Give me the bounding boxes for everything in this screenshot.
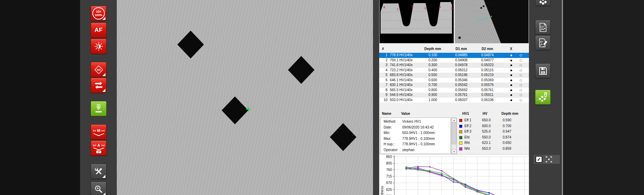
vickers-indent	[330, 123, 357, 151]
results-table-header: # Depth mm D1 mm D2 mm X	[379, 46, 529, 52]
legend-depth-value: 0.650	[499, 140, 515, 146]
table-cell: 0.05023	[476, 63, 499, 68]
thresholds-legend: HV1 HV Depth mm Eff 1650.00.590Eff 2600.…	[458, 110, 529, 154]
dropdown-corner-icon	[102, 175, 105, 178]
table-cell: 0.800	[423, 88, 442, 93]
results-table-rows: 1778.9 HV1/40x0.1000.048850.048742759.1 …	[379, 53, 529, 102]
dropdown-corner-icon	[102, 89, 105, 92]
legend-label: Eff 1	[464, 118, 471, 123]
legend-row: Nht553.00.859	[458, 146, 529, 152]
table-row[interactable]: 6646.1 HV1/40x0.6000.053460.05369	[379, 78, 529, 83]
table-cell: 0.05761	[450, 93, 473, 98]
included-dot-icon	[510, 74, 512, 76]
table-row[interactable]: 9544.5 HV1/40x0.9000.057610.05911	[379, 93, 529, 98]
included-dot-icon	[510, 80, 512, 81]
chart-series-traverse-2	[406, 168, 513, 195]
show-overlay-checkbox[interactable]: ✓	[535, 156, 542, 163]
col-depth: Depth mm	[423, 47, 442, 51]
table-row[interactable]: 5683.8 HV1/40x0.5000.051960.05219	[379, 73, 529, 78]
table-row[interactable]: 8565.5 HV1/40x0.8000.056920.05761	[379, 88, 529, 93]
table-cell: 0.05911	[476, 93, 499, 98]
measure-auto-button[interactable]: A AF	[91, 141, 106, 156]
report-edit-icon	[539, 38, 547, 48]
svg-text:805: 805	[386, 161, 392, 165]
autofocus-label: AF	[94, 27, 103, 34]
series-pattern-button[interactable]	[535, 0, 551, 6]
table-row[interactable]: 3741.6 HV1/40x0.3000.049780.05023	[379, 63, 529, 68]
run-series-button[interactable]	[535, 90, 551, 105]
table-cell: 3	[381, 63, 387, 68]
profile-chart-svg: 850805760715670625580535Hardness	[379, 155, 529, 195]
included-dot-icon	[510, 60, 512, 61]
info-name: Method:	[384, 119, 396, 124]
table-cell: 0.900	[423, 93, 442, 98]
info-name: Max:	[384, 136, 391, 142]
specimen-live-image[interactable]	[117, 0, 373, 195]
scroll-down-icon[interactable]: ▼	[452, 149, 456, 154]
hardness-method-button[interactable]: HV	[91, 62, 106, 77]
hv-label: HV	[97, 68, 101, 71]
measure-manual-button[interactable]: M	[91, 124, 106, 139]
table-cell: 600.1 HV1/40x	[390, 83, 413, 88]
table-cell: 0.200	[423, 58, 442, 63]
scroll-up-icon[interactable]: ▲	[452, 118, 456, 122]
legend-color-chip	[459, 142, 462, 145]
legend-color-chip	[459, 125, 462, 128]
table-cell: 4	[381, 68, 387, 73]
illumination-button[interactable]	[91, 39, 106, 54]
table-cell: 0.05346	[450, 78, 473, 83]
magnification-button[interactable]: 10x 100%	[91, 6, 106, 21]
included-dot-icon	[510, 70, 512, 71]
indenter-icon	[94, 103, 103, 114]
legend-row: Eff 3525.00.947	[458, 129, 529, 135]
excluded-dot-icon	[520, 64, 522, 66]
excluded-dot-icon	[520, 79, 522, 82]
table-row[interactable]: 10503.0 HV1/40x1.0000.060370.06106	[379, 98, 529, 103]
table-cell: 5	[381, 73, 387, 78]
excluded-dot-icon	[520, 74, 522, 76]
table-cell: 778.9 HV1/40x	[390, 53, 413, 58]
traverse-number-label: 1	[397, 8, 398, 11]
info-row: Method:Vickers HV1	[381, 119, 450, 124]
info-scrollbar[interactable]: ▲ ▼	[451, 118, 457, 154]
table-cell: 2	[381, 58, 387, 63]
excluded-dot-icon	[520, 99, 522, 101]
table-cell: 7	[381, 83, 387, 88]
scrollbar-thumb[interactable]	[452, 122, 456, 144]
excluded-dot-icon	[520, 59, 522, 62]
legend-label: Nht	[464, 146, 470, 152]
dropdown-corner-icon	[102, 193, 105, 195]
table-row[interactable]: 4723.2 HV1/40x0.4000.050120.05115	[379, 68, 529, 73]
overview-thumbnail[interactable]: 615243	[380, 0, 454, 44]
report-edit-button[interactable]	[535, 35, 551, 50]
legend-hv-value: 650.0	[479, 118, 494, 123]
auto-measure-icon: A AF	[92, 143, 105, 154]
table-cell: 759.1 HV1/40x	[390, 58, 413, 63]
table-cell: 544.5 HV1/40x	[390, 93, 413, 98]
move-pattern-icon[interactable]	[545, 156, 552, 163]
included-dot-icon	[510, 99, 512, 101]
legend-label: Eff 2	[464, 123, 471, 129]
table-cell: 0.06106	[476, 98, 499, 103]
edge-thumbnail[interactable]	[455, 0, 529, 44]
legend-row: Eff 2600.00.700	[458, 123, 529, 129]
objective-swap-button[interactable]	[91, 78, 106, 93]
table-cell: 0.05219	[476, 73, 499, 78]
settings-button[interactable]	[91, 164, 106, 179]
table-row[interactable]: 2759.1 HV1/40x0.2000.049080.04977	[379, 58, 529, 63]
swap-arrows-icon	[93, 81, 104, 90]
table-cell: 0.500	[423, 73, 442, 78]
manual-measure-icon: M	[92, 127, 105, 137]
legend-row: Eff 1650.00.590	[458, 118, 529, 123]
save-button[interactable]	[535, 63, 551, 78]
report-button[interactable]	[535, 20, 551, 35]
report-document-icon	[539, 23, 547, 32]
info-row: Max:778.9HV1 - 0.100mm	[381, 136, 450, 142]
table-row[interactable]: 1778.9 HV1/40x0.1000.048850.04874	[379, 53, 529, 58]
info-header-value: Value	[401, 112, 410, 115]
zoom-in-button[interactable]	[91, 182, 106, 195]
autofocus-button[interactable]: AF	[91, 23, 106, 38]
table-row[interactable]: 7600.1 HV1/40x0.7000.055420.05576	[379, 83, 529, 88]
hardness-profile-chart: 850805760715670625580535Hardness	[379, 154, 529, 195]
start-indent-button[interactable]	[91, 101, 106, 116]
